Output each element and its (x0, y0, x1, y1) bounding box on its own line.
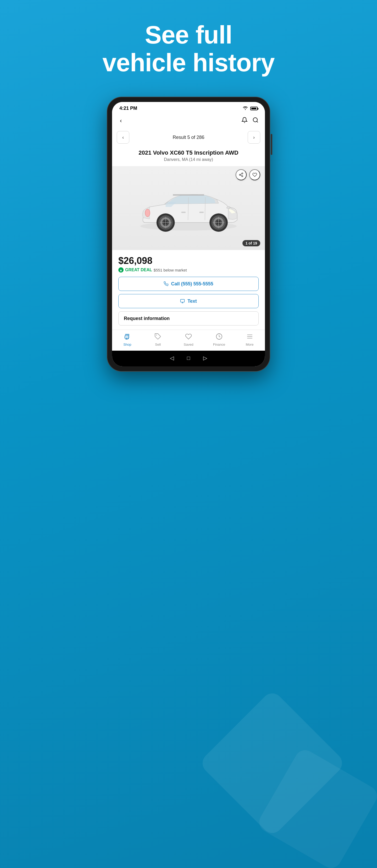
wifi-icon (242, 106, 248, 111)
sell-icon (155, 333, 161, 341)
text-button-label: Text (187, 299, 197, 304)
svg-point-23 (242, 173, 243, 174)
action-buttons-container: Call (555) 555-5555 Text Request informa… (112, 273, 265, 330)
svg-rect-22 (173, 194, 204, 196)
hero-line2: vehicle history (102, 49, 274, 76)
svg-point-25 (242, 176, 243, 177)
price-section: $26,098 ▲ GREAT DEAL $551 below market (112, 250, 265, 273)
nav-item-more[interactable]: More (241, 333, 259, 346)
request-info-button[interactable]: Request information (118, 311, 259, 326)
car-illustration (128, 174, 249, 242)
nav-item-shop[interactable]: Shop (118, 333, 136, 346)
nav-item-sell[interactable]: Sell (149, 333, 167, 346)
hero-line1: See full (145, 21, 232, 49)
svg-point-32 (128, 338, 129, 339)
nav-sell-label: Sell (155, 343, 161, 346)
vehicle-price: $26,098 (118, 255, 259, 266)
nav-finance-label: Finance (213, 343, 225, 346)
nav-saved-label: Saved (184, 343, 194, 346)
svg-point-24 (239, 174, 241, 176)
saved-icon (185, 333, 192, 341)
svg-rect-28 (181, 299, 184, 302)
call-button[interactable]: Call (555) 555-5555 (118, 277, 259, 291)
favorite-button[interactable] (249, 169, 260, 180)
next-result-button[interactable]: › (248, 131, 260, 144)
nav-shop-label: Shop (123, 343, 131, 346)
deal-badge: ▲ GREAT DEAL $551 below market (118, 267, 259, 273)
share-button[interactable] (236, 169, 247, 180)
image-counter: 1 of 19 (242, 240, 260, 246)
svg-point-0 (253, 118, 258, 122)
request-info-label: Request information (124, 316, 170, 321)
vehicle-location: Danvers, MA (14 mi away) (118, 157, 259, 162)
vehicle-info: 2021 Volvo XC60 T5 Inscription AWD Danve… (112, 146, 265, 163)
nav-item-finance[interactable]: Finance (210, 333, 228, 346)
android-back-icon[interactable]: ◁ (170, 355, 174, 361)
phone-mockup: 4:21 PM (107, 97, 270, 371)
bottom-navigation: Shop Sell (112, 330, 265, 351)
finance-icon (216, 333, 222, 341)
svg-line-1 (257, 121, 258, 122)
svg-point-5 (145, 209, 150, 217)
vehicle-title: 2021 Volvo XC60 T5 Inscription AWD (118, 149, 259, 156)
prev-result-button[interactable]: ‹ (117, 131, 129, 144)
deal-sub: $551 below market (154, 268, 187, 272)
result-counter: Result 5 of 286 (173, 135, 204, 140)
car-image-container[interactable]: 1 of 19 (112, 166, 265, 250)
svg-rect-21 (199, 212, 204, 213)
status-bar: 4:21 PM (112, 102, 265, 113)
back-button[interactable]: ‹ (118, 116, 123, 126)
nav-more-label: More (246, 343, 254, 346)
image-action-buttons (236, 169, 260, 180)
svg-rect-20 (181, 212, 185, 213)
svg-point-31 (126, 338, 127, 339)
deal-label: GREAT DEAL (125, 268, 152, 272)
phone-screen: 4:21 PM (112, 102, 265, 366)
nav-action-icons (241, 117, 259, 125)
svg-line-26 (240, 175, 242, 176)
battery-icon (250, 107, 258, 110)
hero-heading: See full vehicle history (92, 0, 285, 92)
svg-line-27 (240, 174, 242, 175)
call-button-label: Call (555) 555-5555 (171, 281, 213, 287)
nav-item-saved[interactable]: Saved (179, 333, 198, 346)
shop-icon (124, 333, 131, 341)
status-time: 4:21 PM (119, 105, 137, 111)
result-navigation: ‹ Result 5 of 286 › (112, 128, 265, 146)
android-navigation-bar: ◁ □ ▷ (112, 351, 265, 366)
android-recents-icon[interactable]: ▷ (203, 355, 207, 361)
android-home-icon[interactable]: □ (187, 355, 190, 361)
more-icon (246, 333, 253, 341)
deal-icon: ▲ (118, 267, 124, 273)
notification-icon[interactable] (241, 117, 248, 125)
text-button[interactable]: Text (118, 294, 259, 308)
app-nav-bar: ‹ (112, 113, 265, 128)
search-icon[interactable] (252, 117, 259, 125)
status-icons (242, 106, 258, 111)
phone-frame: 4:21 PM (107, 97, 270, 371)
